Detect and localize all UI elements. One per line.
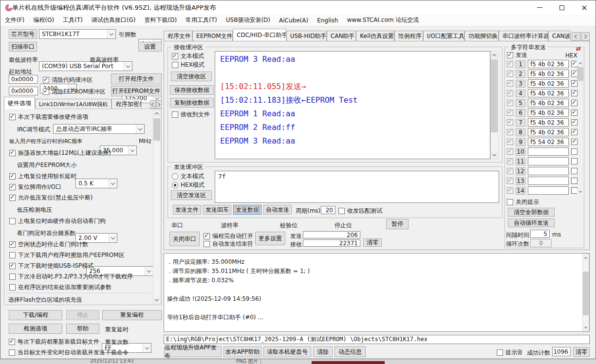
period-field[interactable]: 20 bbox=[321, 206, 335, 214]
close-tip-option[interactable]: 关闭提示 bbox=[507, 198, 539, 206]
scroll-up-icon[interactable] bbox=[491, 52, 498, 59]
scroll-up-icon[interactable] bbox=[577, 60, 583, 66]
send-text-mode-radio[interactable] bbox=[172, 173, 178, 180]
check-options-button[interactable]: 检测选项 bbox=[9, 324, 62, 334]
eeprom-size-combo[interactable]: 0.5 K bbox=[75, 179, 117, 188]
copy-receive-button[interactable]: 复制接收数据 bbox=[170, 98, 214, 108]
chevron-down-icon[interactable] bbox=[109, 179, 117, 188]
scroll-up-icon[interactable] bbox=[153, 110, 160, 117]
option-lvr-checkbox[interactable] bbox=[9, 195, 16, 201]
clear-button[interactable]: 清除 bbox=[313, 346, 333, 357]
option-osc-gain[interactable]: 振荡器放大增益(12M以上建议选择) bbox=[9, 149, 111, 157]
clear-code-checkbox[interactable] bbox=[43, 77, 49, 83]
port-settings-button[interactable]: 设置 bbox=[138, 42, 162, 52]
chevron-down-icon[interactable] bbox=[145, 267, 153, 275]
scroll-down-icon[interactable] bbox=[491, 151, 498, 159]
stop-button[interactable]: 停止 bbox=[66, 310, 99, 320]
option-reset-as-io-checkbox[interactable] bbox=[9, 184, 16, 190]
receive-hex-mode-checkbox[interactable] bbox=[172, 62, 178, 68]
option-erase-eeprom[interactable]: 下次下载用户程序时擦除用户EEPROM区 bbox=[9, 251, 125, 259]
clear-send-button[interactable]: 清空发送区 bbox=[171, 190, 212, 200]
menu-tools[interactable]: 工具(T) bbox=[58, 15, 87, 26]
option-hw-watchdog[interactable]: 上电复位时由硬件自动启动看门狗 bbox=[9, 217, 106, 225]
receive-text-area[interactable]: EEPROM 3 Read:aa [15:02:11.055]发送→ [15:0… bbox=[215, 51, 490, 159]
help-button[interactable]: 帮助 bbox=[66, 324, 99, 334]
send-file-button[interactable]: 发送文件 bbox=[173, 205, 201, 215]
clear-receive-button[interactable]: 清空接收区 bbox=[171, 72, 212, 81]
reset-success-count-button[interactable]: 清零 bbox=[573, 347, 590, 357]
receive-text-mode-checkbox[interactable] bbox=[172, 53, 178, 59]
scroll-down-icon[interactable] bbox=[583, 324, 589, 331]
option-modify-hw-checkbox[interactable] bbox=[9, 114, 16, 120]
receive-scrollbar[interactable] bbox=[490, 51, 498, 159]
tab-keil-sim[interactable]: Keil仿真设置 bbox=[356, 31, 394, 41]
multi-row-checkbox[interactable] bbox=[507, 178, 513, 184]
auto-open-option[interactable]: 编程完自动打开 bbox=[204, 232, 253, 240]
more-settings-button[interactable]: 更多设置 bbox=[255, 232, 285, 245]
irc-mode-combo[interactable]: 总是动态调节IRC频率 bbox=[53, 124, 145, 134]
receive-to-file-checkbox[interactable] bbox=[172, 111, 178, 118]
multi-row-field[interactable]: f5 4b 02 36 bbox=[528, 70, 569, 78]
menu-forum-link[interactable]: www.STCAI.com 论坛交流 bbox=[342, 15, 423, 26]
multi-row-checkbox[interactable] bbox=[507, 61, 513, 67]
multi-row-button[interactable]: 13 bbox=[516, 177, 525, 185]
send-hex-mode-radio[interactable] bbox=[172, 182, 178, 188]
multi-row-field[interactable] bbox=[528, 157, 569, 165]
tab-offline-download[interactable]: Link1D/Writer1A/U8W脱机 bbox=[35, 99, 112, 109]
repeat-program-button[interactable]: 重复编程 bbox=[102, 310, 162, 320]
target-file-path[interactable]: E:\ing\RGB\Project\STC8HK17_2025-1209-A … bbox=[164, 335, 590, 344]
option-usb-isp-checkbox[interactable] bbox=[9, 263, 16, 269]
remote-upgrade-button[interactable]: 远程现场升级APP发布 bbox=[164, 346, 222, 357]
multi-row-checkbox[interactable] bbox=[507, 80, 513, 87]
close-button[interactable]: × bbox=[573, 0, 596, 15]
interval-field[interactable]: 5 bbox=[530, 230, 550, 238]
tab-eeprom-file[interactable]: EEPROM文件 bbox=[192, 31, 233, 41]
option-lvr[interactable]: 允许低压复位(禁止低压中断) bbox=[9, 194, 93, 202]
eeprom-start-address-field[interactable]: 0x0000 bbox=[9, 87, 38, 95]
multi-row-field[interactable]: f5 4b 02 36 bbox=[528, 89, 569, 97]
open-eeprom-file-button[interactable]: 打开EEPROM文件 bbox=[111, 86, 162, 96]
close-tip-checkbox[interactable] bbox=[507, 199, 513, 205]
expand-arrows-icon[interactable]: ⇄ bbox=[576, 45, 581, 52]
beep-option[interactable]: 提示音 bbox=[497, 348, 523, 357]
reload-target-option[interactable]: 每次下载前都重新装载目标文件 bbox=[9, 338, 99, 346]
option-cold-boot-pins[interactable]: 下次冷启动时,P3.2/P3.3为0/0才可下载程序 bbox=[9, 273, 133, 281]
tab-can[interactable]: CAN助手 bbox=[327, 31, 356, 41]
reload-target-checkbox[interactable] bbox=[9, 339, 15, 345]
menu-file[interactable]: 文件(F) bbox=[0, 15, 29, 26]
match-test-option[interactable]: 收发匹配测试 bbox=[338, 207, 382, 215]
receive-text-mode-option[interactable]: 文本模式 bbox=[172, 52, 204, 60]
tab-io-config[interactable]: I/O口配置工具 bbox=[423, 31, 465, 41]
option-test-params[interactable]: 在程序区的结束处添加重要测试参数 bbox=[9, 283, 112, 291]
multi-row-button[interactable]: 1 bbox=[516, 60, 525, 68]
multi-row-button[interactable]: 12 bbox=[516, 167, 525, 175]
send-cr-button[interactable]: 发送回车 bbox=[203, 205, 231, 215]
multi-row-field[interactable] bbox=[528, 167, 569, 175]
chevron-down-icon[interactable] bbox=[143, 344, 151, 352]
download-button[interactable]: 下载/编程 bbox=[9, 310, 62, 320]
tab-examples[interactable]: 范例程序 bbox=[394, 31, 423, 41]
menu-usb-driver[interactable]: USB驱动安装(D) bbox=[222, 15, 275, 26]
tab-program-file[interactable]: 程序文件 bbox=[164, 31, 192, 41]
receive-to-file-option[interactable]: 接收到文件 bbox=[172, 110, 210, 119]
maximize-button[interactable] bbox=[551, 0, 573, 15]
option-por-delay[interactable]: 上电复位使用较长延时 bbox=[9, 172, 76, 181]
autoload-option[interactable]: 当目标文件变化时自动装载并发送下载命令 bbox=[9, 348, 129, 357]
option-por-delay-checkbox[interactable] bbox=[9, 173, 16, 180]
code-start-address-field[interactable]: 0x0000 bbox=[9, 75, 38, 84]
tab-baud-calc[interactable]: 串口波特率计算器 bbox=[499, 31, 548, 41]
multi-row-checkbox[interactable] bbox=[507, 109, 513, 116]
multi-row-field[interactable]: f5 4b 02 36 bbox=[528, 79, 569, 88]
reset-counts-button[interactable]: 清零 bbox=[363, 238, 382, 247]
tab-hardware-options[interactable]: 硬件选项 bbox=[4, 97, 35, 109]
option-usb-isp[interactable]: 下次下载时使能USB-ISP模式 bbox=[9, 262, 93, 270]
multi-row-button[interactable]: 14 bbox=[516, 187, 525, 195]
option-hw-watchdog-checkbox[interactable] bbox=[9, 218, 16, 224]
multi-row-checkbox[interactable] bbox=[507, 168, 513, 174]
multi-row-field[interactable]: f5 4b 02 36 bbox=[528, 118, 569, 127]
publish-app-help-button[interactable]: 发布APP帮助 bbox=[224, 346, 261, 357]
menu-debug-interface[interactable]: 调试仿真接口(G) bbox=[87, 15, 140, 26]
dynamic-info-button[interactable]: 动态信息 bbox=[335, 346, 366, 357]
multi-row-button[interactable]: 7 bbox=[516, 119, 525, 127]
option-idle-wdt-checkbox[interactable] bbox=[9, 241, 16, 248]
